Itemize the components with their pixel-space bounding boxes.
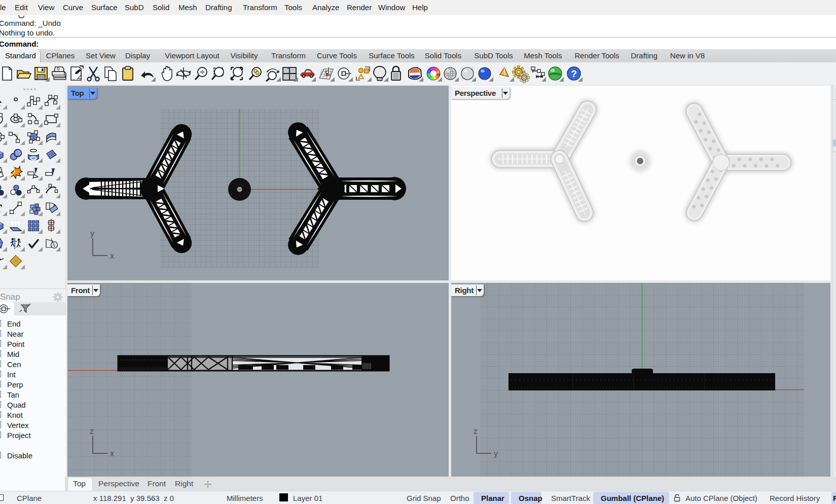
svg-text:T: T: [0, 202, 2, 214]
svg-text:?: ?: [571, 68, 577, 79]
svg-text:y: y: [494, 449, 498, 458]
svg-text:x: x: [110, 449, 114, 458]
svg-text:z: z: [90, 427, 94, 436]
svg-text:z: z: [474, 427, 478, 436]
svg-text:x: x: [110, 251, 114, 260]
svg-text:y: y: [90, 229, 94, 238]
